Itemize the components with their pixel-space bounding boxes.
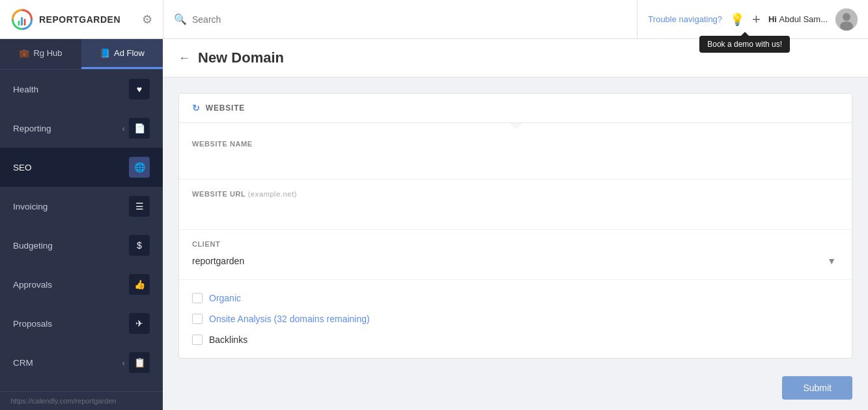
lightbulb-icon-button[interactable]: 💡 [730,12,744,27]
avatar[interactable] [835,8,858,31]
website-url-sub: (example.net) [248,190,297,198]
invoicing-icon-right: ☰ [129,196,150,217]
logo-icon [10,8,34,31]
sidebar-item-approvals[interactable]: Approvals 👍 [0,265,163,304]
proposals-label: Proposals [13,319,52,329]
client-group: CLIENT reportgarden ▼ [179,230,852,280]
invoicing-label: Invoicing [13,202,48,212]
section-label: WEBSITE [206,103,245,113]
user-greeting: Hi Abdul Sam... [768,14,828,24]
sidebar-bottom-link: https://calendly.com/reportgarden [0,391,163,410]
sidebar-item-budgeting[interactable]: Budgeting $ [0,226,163,265]
svg-rect-2 [21,17,23,25]
sidebar-tab-rg-hub[interactable]: 💼 Rg Hub [0,39,81,69]
svg-point-5 [843,13,850,21]
sidebar-tab-ad-flow[interactable]: 📘 Ad Flow [81,39,163,69]
checkbox-organic: Organic [192,293,839,303]
reporting-chevron-icon: ‹ [122,124,126,133]
backlinks-checkbox[interactable] [192,335,203,345]
sidebar-nav: Health ♥ Reporting ‹ 📄 SEO 🌐 Invoicin [0,70,163,391]
website-name-input[interactable] [192,153,839,169]
section-arrow [179,123,852,130]
budgeting-label: Budgeting [13,241,53,251]
header: REPORTGARDEN ⚙ 🔍 Trouble navigating? Boo… [0,0,868,39]
header-right: Trouble navigating? Book a demo with us!… [637,0,868,38]
content-footer: Submit [163,366,868,410]
page-title: New Domain [198,49,284,66]
website-name-label: WEBSITE NAME [192,140,839,148]
approvals-icon-right: 👍 [129,274,150,295]
checkbox-backlinks: Backlinks [192,335,839,345]
refresh-icon: ↻ [192,103,201,113]
settings-icon[interactable]: ⚙ [142,12,152,27]
form-card: ↻ WEBSITE WEBSITE NAME WEBSITE URL (exam [178,93,852,359]
crm-icon-right: 📋 [129,352,150,373]
approvals-label: Approvals [13,280,52,290]
add-button[interactable]: + [752,11,761,28]
svg-rect-1 [18,20,20,25]
onsite-checkbox[interactable] [192,314,203,324]
website-url-group: WEBSITE URL (example.net) [179,180,852,230]
logo-text: REPORTGARDEN [39,14,120,25]
main-layout: 💼 Rg Hub 📘 Ad Flow Health ♥ Reporting ‹ [0,39,868,410]
tooltip-box: Book a demo with us! [699,36,790,53]
backlinks-label: Backlinks [209,335,247,345]
seo-icon-right: 🌐 [129,157,150,178]
client-label: CLIENT [192,240,839,248]
health-icon-right: ♥ [129,79,150,100]
content-body: ↻ WEBSITE WEBSITE NAME WEBSITE URL (exam [163,77,868,366]
search-input[interactable] [192,14,626,25]
search-area: 🔍 [163,0,637,38]
sidebar-item-invoicing[interactable]: Invoicing ☰ [0,187,163,226]
seo-label: SEO [13,163,32,172]
crm-label: CRM [13,358,33,368]
checkbox-onsite: Onsite Analysis (32 domains remaining) [192,314,839,324]
health-label: Health [13,85,38,94]
crm-chevron-icon: ‹ [122,358,126,368]
sidebar-item-crm[interactable]: CRM ‹ 📋 [0,343,163,382]
organic-label: Organic [209,293,241,303]
website-url-label: WEBSITE URL (example.net) [192,190,839,198]
reporting-icon-right: 📄 [129,118,150,139]
sidebar-item-seo[interactable]: SEO 🌐 [0,148,163,187]
checkboxes-section: Organic Onsite Analysis (32 domains rema… [179,280,852,358]
onsite-label: Onsite Analysis (32 domains remaining) [209,314,370,324]
briefcase-icon: 💼 [19,48,29,58]
submit-button[interactable]: Submit [782,376,852,400]
svg-point-6 [840,21,853,31]
facebook-icon: 📘 [100,48,110,58]
sidebar-tabs: 💼 Rg Hub 📘 Ad Flow [0,39,163,70]
organic-checkbox[interactable] [192,293,203,303]
trouble-navigating-button[interactable]: Trouble navigating? [648,14,722,24]
content-area: ← New Domain ↻ WEBSITE WEBSITE NAME [163,39,868,410]
sidebar: 💼 Rg Hub 📘 Ad Flow Health ♥ Reporting ‹ [0,39,163,410]
website-name-group: WEBSITE NAME [179,130,852,180]
back-button[interactable]: ← [178,51,190,65]
logo-area: REPORTGARDEN ⚙ [0,8,163,31]
section-header: ↻ WEBSITE [179,94,852,123]
sidebar-item-proposals[interactable]: Proposals ✈ [0,304,163,343]
reporting-label: Reporting [13,124,51,133]
section-body: WEBSITE NAME WEBSITE URL (example.net) C [179,130,852,358]
client-select[interactable]: reportgarden [192,253,839,269]
sidebar-item-health[interactable]: Health ♥ [0,70,163,109]
sidebar-item-reporting[interactable]: Reporting ‹ 📄 [0,109,163,148]
proposals-icon-right: ✈ [129,313,150,334]
website-url-input[interactable] [192,203,839,219]
svg-rect-3 [24,19,26,25]
budgeting-icon-right: $ [129,235,150,256]
search-icon: 🔍 [174,13,187,25]
